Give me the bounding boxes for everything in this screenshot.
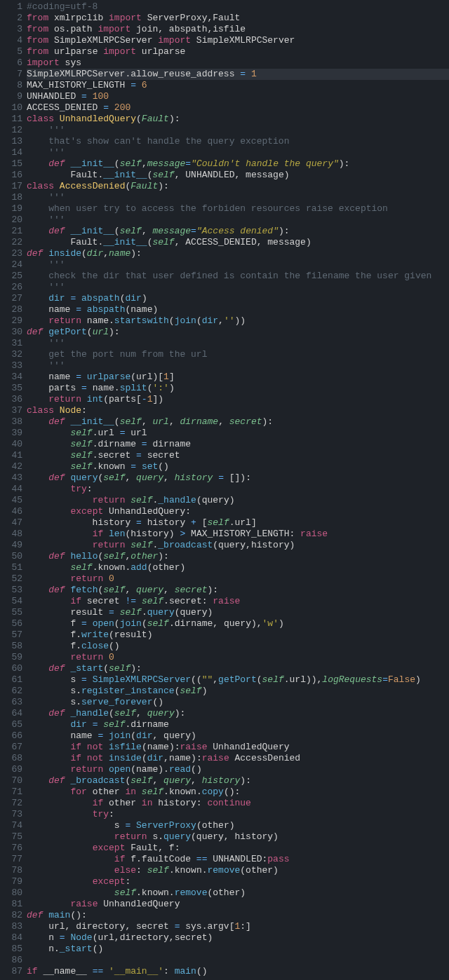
code-line: ''' (27, 338, 449, 349)
code-line: class UnhandledQuery(Fault): (27, 114, 449, 125)
line-number: 53 (0, 585, 22, 596)
line-number: 8 (0, 80, 22, 91)
line-number: 45 (0, 495, 22, 506)
code-line: from urlparse import urlparse (27, 46, 449, 57)
line-number: 80 (0, 887, 22, 899)
line-number: 87 (0, 966, 22, 977)
code-line: from xmlrpclib import ServerProxy,Fault (27, 13, 449, 24)
line-number: 10 (0, 102, 22, 114)
line-number: 23 (0, 248, 22, 259)
line-number: 76 (0, 843, 22, 854)
code-line: if len(history) > MAX_HISTORY_LENGTH: ra… (27, 529, 449, 540)
code-line: for other in self.known.copy(): (27, 787, 449, 798)
code-line: class AccessDenied(Fault): (27, 181, 449, 192)
code-line: when user try to access the forbiden res… (27, 203, 449, 215)
line-number: 82 (0, 910, 22, 921)
line-number: 6 (0, 57, 22, 69)
code-line: def main(): (27, 910, 449, 921)
code-line: if secret != self.secret: raise (27, 596, 449, 607)
code-line: MAX_HISTORY_LENGTH = 6 (27, 80, 449, 91)
line-number: 1 (0, 1, 22, 13)
line-number: 63 (0, 697, 22, 708)
line-number: 39 (0, 428, 22, 439)
line-number: 74 (0, 820, 22, 831)
line-number: 79 (0, 876, 22, 887)
code-line: def _handle(self, query): (27, 708, 449, 719)
line-number: 60 (0, 663, 22, 674)
code-line: else: self.known.remove(other) (27, 865, 449, 876)
code-line: that's show can't handle the query excep… (27, 136, 449, 147)
line-number: 14 (0, 147, 22, 158)
line-number: 64 (0, 708, 22, 719)
code-line: def _start(self): (27, 663, 449, 674)
code-line (27, 955, 449, 966)
line-number: 70 (0, 775, 22, 787)
line-number: 68 (0, 753, 22, 764)
code-editor: 1234567891011121314151617181920212223242… (0, 0, 449, 977)
line-number: 2 (0, 13, 22, 24)
code-line: f.write(result) (27, 629, 449, 641)
code-line: f = open(join(self.dirname, query),'w') (27, 618, 449, 629)
line-number: 7 (0, 69, 22, 80)
line-number: 38 (0, 416, 22, 428)
line-number: 29 (0, 315, 22, 327)
code-line: except UnhandledQuery: (27, 506, 449, 517)
code-line: return self._broadcast(query,history) (27, 540, 449, 551)
code-line: if not inside(dir,name):raise AccessDeni… (27, 753, 449, 764)
line-number: 67 (0, 742, 22, 753)
code-line: ACCESS_DENIED = 200 (27, 102, 449, 114)
line-number: 42 (0, 461, 22, 472)
code-line: def __init__(self, url, dirname, secret)… (27, 416, 449, 428)
line-number: 48 (0, 529, 22, 540)
line-number: 50 (0, 551, 22, 562)
line-number: 30 (0, 327, 22, 338)
code-line: self.known = set() (27, 461, 449, 472)
code-line: def _broadcast(self, query, history): (27, 775, 449, 787)
line-number: 36 (0, 394, 22, 405)
code-line: import sys (27, 57, 449, 69)
code-line: name = abspath(name) (27, 304, 449, 315)
code-line: self.dirname = dirname (27, 439, 449, 450)
line-number: 32 (0, 349, 22, 360)
line-number: 22 (0, 237, 22, 248)
line-number: 81 (0, 899, 22, 910)
code-line: from os.path import join, abspath,isfile (27, 24, 449, 35)
code-line: n = Node(url,directory,secret) (27, 932, 449, 944)
line-number: 86 (0, 955, 22, 966)
code-line: return s.query(query, history) (27, 831, 449, 843)
line-number: 75 (0, 831, 22, 843)
line-number: 13 (0, 136, 22, 147)
code-line: UNHANDLED = 100 (27, 91, 449, 102)
code-line: ''' (27, 282, 449, 293)
code-line: return name.startswith(join(dir,'')) (27, 315, 449, 327)
code-line: parts = name.split(':') (27, 383, 449, 394)
code-line: name = urlparse(url)[1] (27, 372, 449, 383)
line-number: 73 (0, 809, 22, 820)
line-number: 19 (0, 203, 22, 215)
line-number: 15 (0, 158, 22, 170)
line-number: 62 (0, 686, 22, 697)
line-number: 52 (0, 573, 22, 585)
code-line: dir = abspath(dir) (27, 293, 449, 304)
line-number: 27 (0, 293, 22, 304)
line-number: 49 (0, 540, 22, 551)
code-line: try: (27, 484, 449, 495)
code-line: return self._handle(query) (27, 495, 449, 506)
line-number: 65 (0, 719, 22, 730)
line-number: 21 (0, 226, 22, 237)
code-line: self.known.add(other) (27, 562, 449, 573)
code-line: self.secret = secret (27, 450, 449, 461)
line-number: 11 (0, 114, 22, 125)
line-number: 46 (0, 506, 22, 517)
code-line: def query(self, query, history = []): (27, 472, 449, 484)
line-number: 33 (0, 360, 22, 372)
line-number: 71 (0, 787, 22, 798)
line-number: 83 (0, 921, 22, 932)
code-line: if f.faultCode == UNHANDLED:pass (27, 854, 449, 865)
code-line: if __name__ == '__main__': main() (27, 966, 449, 977)
line-number: 51 (0, 562, 22, 573)
code-line: return int(parts[-1]) (27, 394, 449, 405)
code-line: ''' (27, 125, 449, 136)
line-number: 59 (0, 652, 22, 663)
line-number: 61 (0, 674, 22, 686)
